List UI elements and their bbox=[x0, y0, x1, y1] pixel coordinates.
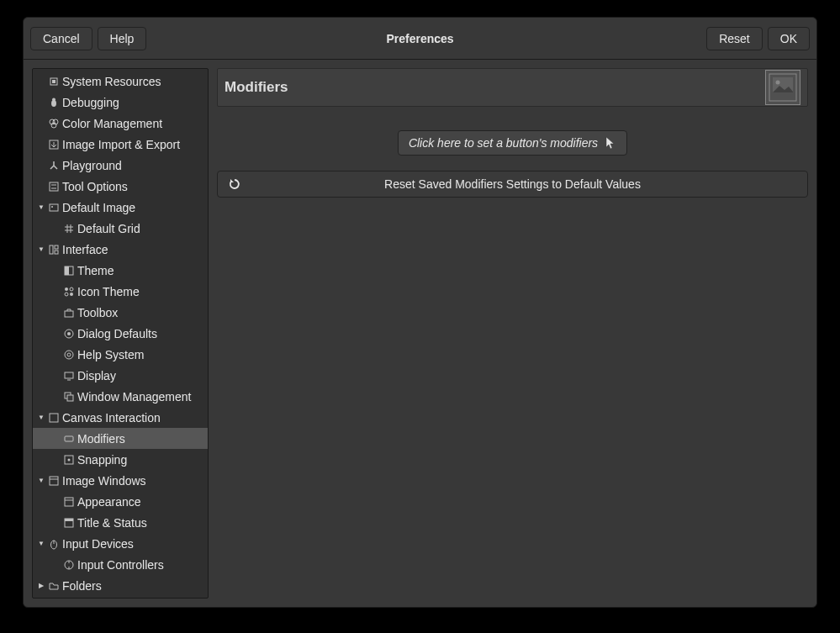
tree-item-tool-options[interactable]: Tool Options bbox=[33, 176, 208, 197]
svg-rect-12 bbox=[55, 245, 58, 249]
tree-item-label: Theme bbox=[77, 264, 114, 277]
svg-point-24 bbox=[67, 353, 71, 356]
playground-icon bbox=[47, 159, 61, 172]
svg-rect-29 bbox=[65, 436, 73, 441]
tree-item-interface[interactable]: ▼Interface bbox=[33, 239, 208, 260]
tree-item-label: Playground bbox=[62, 159, 122, 172]
tree-item-label: Window Management bbox=[77, 390, 191, 404]
svg-rect-28 bbox=[50, 414, 58, 422]
svg-rect-11 bbox=[50, 245, 53, 254]
theme-icon bbox=[62, 264, 76, 277]
tree-item-label: Default Image bbox=[62, 201, 135, 214]
tree-item-icon-theme[interactable]: Icon Theme bbox=[33, 281, 208, 302]
default-image-icon bbox=[47, 201, 61, 214]
tree-item-label: Modifiers bbox=[77, 432, 125, 446]
svg-rect-27 bbox=[67, 395, 73, 401]
ok-button[interactable]: OK bbox=[768, 27, 810, 50]
svg-rect-25 bbox=[65, 372, 73, 378]
expander-icon[interactable]: ▼ bbox=[36, 540, 46, 547]
content-area: System ResourcesDebuggingColor Managemen… bbox=[24, 60, 816, 607]
section-header-icon bbox=[765, 70, 800, 105]
tree-item-canvas-interaction[interactable]: ▼Canvas Interaction bbox=[33, 407, 208, 428]
svg-rect-35 bbox=[65, 519, 73, 521]
tree-item-help-system[interactable]: Help System bbox=[33, 344, 208, 365]
svg-rect-9 bbox=[50, 204, 58, 211]
reset-button[interactable]: Reset bbox=[706, 27, 763, 50]
tree-item-default-grid[interactable]: Default Grid bbox=[33, 218, 208, 239]
svg-rect-32 bbox=[50, 477, 58, 485]
import-icon bbox=[47, 138, 61, 151]
svg-point-31 bbox=[68, 458, 71, 461]
tree-item-label: Display bbox=[77, 369, 116, 382]
svg-point-22 bbox=[67, 332, 71, 335]
tree-item-label: Toolbox bbox=[77, 306, 118, 319]
tree-item-default-image[interactable]: ▼Default Image bbox=[33, 197, 208, 218]
svg-point-23 bbox=[65, 351, 73, 359]
tree-item-label: Image Import & Export bbox=[62, 138, 180, 151]
tree-item-image-import-export[interactable]: Image Import & Export bbox=[33, 134, 208, 155]
tree-item-system-resources[interactable]: System Resources bbox=[33, 71, 208, 92]
tree-item-title-status[interactable]: Title & Status bbox=[33, 512, 208, 533]
input-devices-icon bbox=[47, 537, 61, 551]
tool-options-icon bbox=[47, 180, 61, 193]
svg-rect-20 bbox=[65, 311, 73, 317]
tree-item-appearance[interactable]: Appearance bbox=[33, 491, 208, 512]
tree-item-input-devices[interactable]: ▼Input Devices bbox=[33, 533, 208, 554]
tree-item-label: System Resources bbox=[62, 75, 161, 88]
canvas-icon bbox=[47, 411, 61, 425]
main-panel: Modifiers Click here to set a button's m… bbox=[217, 68, 808, 599]
tree-item-debugging[interactable]: Debugging bbox=[33, 92, 208, 113]
set-modifiers-label: Click here to set a button's modifiers bbox=[409, 136, 598, 150]
tree-item-label: Interface bbox=[62, 243, 108, 256]
tree-item-image-windows[interactable]: ▼Image Windows bbox=[33, 470, 208, 491]
toolbox-icon bbox=[62, 306, 76, 319]
tree-item-snapping[interactable]: Snapping bbox=[33, 449, 208, 470]
tree-item-modifiers[interactable]: Modifiers bbox=[33, 428, 208, 449]
help-button[interactable]: Help bbox=[98, 27, 147, 50]
svg-point-3 bbox=[52, 98, 55, 101]
display-icon bbox=[62, 369, 76, 382]
svg-point-16 bbox=[65, 287, 68, 291]
expander-icon[interactable]: ▼ bbox=[36, 245, 46, 253]
tree-item-theme[interactable]: Theme bbox=[33, 260, 208, 281]
svg-point-40 bbox=[776, 81, 780, 85]
svg-rect-33 bbox=[65, 498, 73, 506]
expander-icon[interactable]: ▼ bbox=[36, 203, 46, 211]
folders-icon bbox=[47, 579, 61, 593]
tree-item-input-controllers[interactable]: Input Controllers bbox=[33, 554, 208, 575]
tree-item-display[interactable]: Display bbox=[33, 365, 208, 386]
svg-point-10 bbox=[51, 206, 53, 208]
tree-item-label: Appearance bbox=[77, 495, 141, 509]
set-modifiers-button[interactable]: Click here to set a button's modifiers bbox=[398, 130, 627, 156]
tree-item-label: Title & Status bbox=[77, 516, 147, 530]
svg-rect-13 bbox=[55, 251, 58, 254]
title-status-icon bbox=[62, 516, 76, 530]
tree-item-toolbox[interactable]: Toolbox bbox=[33, 302, 208, 323]
preferences-dialog: Cancel Help Preferences Reset OK System … bbox=[23, 17, 817, 608]
tree-item-dialog-defaults[interactable]: Dialog Defaults bbox=[33, 323, 208, 344]
tree-item-window-management[interactable]: Window Management bbox=[33, 386, 208, 407]
tree-item-label: Color Management bbox=[62, 117, 162, 130]
expander-icon[interactable]: ▼ bbox=[36, 414, 46, 421]
reset-defaults-button[interactable]: Reset Saved Modifiers Settings to Defaul… bbox=[217, 171, 808, 198]
color-icon bbox=[47, 117, 61, 130]
expander-icon[interactable]: ▶ bbox=[36, 582, 46, 589]
svg-rect-8 bbox=[50, 182, 58, 191]
tree-item-color-management[interactable]: Color Management bbox=[33, 113, 208, 134]
tree-item-folders[interactable]: ▶Folders bbox=[33, 575, 208, 596]
tree-item-label: Input Devices bbox=[62, 537, 134, 551]
tree-item-label: Debugging bbox=[62, 96, 119, 109]
help-system-icon bbox=[62, 348, 76, 361]
svg-point-19 bbox=[70, 293, 73, 296]
bug-icon bbox=[47, 96, 61, 109]
tree-item-label: Tool Options bbox=[62, 180, 128, 193]
titlebar: Cancel Help Preferences Reset OK bbox=[24, 18, 816, 60]
expander-icon[interactable]: ▼ bbox=[36, 477, 46, 484]
cpu-icon bbox=[47, 75, 61, 88]
cursor-icon bbox=[605, 136, 616, 150]
tree-item-playground[interactable]: Playground bbox=[33, 155, 208, 176]
tree-item-label: Snapping bbox=[77, 453, 127, 467]
cancel-button[interactable]: Cancel bbox=[30, 27, 92, 50]
preferences-tree[interactable]: System ResourcesDebuggingColor Managemen… bbox=[32, 68, 209, 599]
icon-theme-icon bbox=[62, 285, 76, 298]
